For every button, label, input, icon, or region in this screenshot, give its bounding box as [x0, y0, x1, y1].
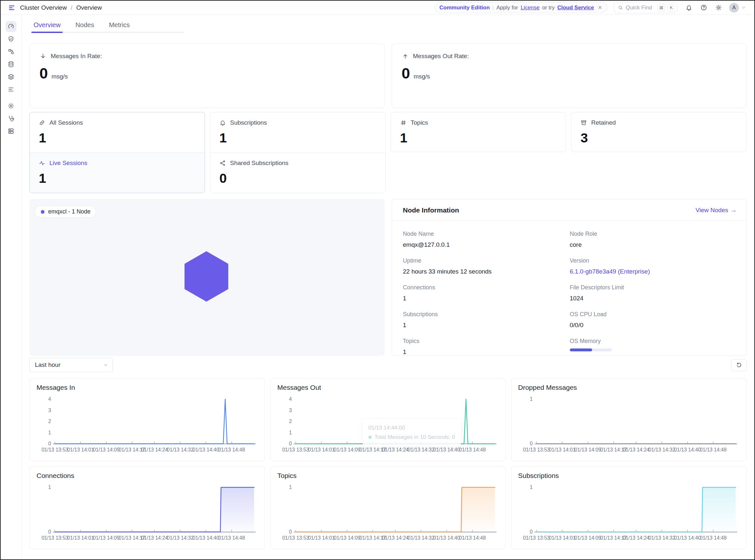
subscriptions-value: 1 — [219, 132, 376, 145]
svg-text:01/13 14:09: 01/13 14:09 — [93, 447, 120, 453]
version-link[interactable]: 6.1.0-gb78e3a49 (Enterprise) — [570, 268, 737, 275]
activity-icon — [39, 160, 45, 166]
messages-in-chart[interactable]: 0123401/13 13:5301/13 14:0101/13 14:0901… — [37, 392, 258, 458]
svg-text:01/13 13:53: 01/13 13:53 — [41, 447, 68, 453]
sidebar-item-data-integration[interactable] — [5, 59, 17, 70]
banner-try-text: or try — [542, 4, 555, 11]
sidebar-item-extensions[interactable] — [5, 72, 17, 82]
messages-out-chart[interactable]: 0123401/13 13:5301/13 14:0101/13 14:0901… — [277, 392, 499, 458]
sidebar-item-connections[interactable] — [5, 46, 17, 57]
svg-text:01/13 14:09: 01/13 14:09 — [334, 447, 361, 453]
topics-chart-card: Topics 0101/13 13:5301/13 14:0101/13 14:… — [270, 466, 506, 549]
svg-text:01/13 14:24: 01/13 14:24 — [141, 447, 168, 453]
svg-text:3: 3 — [48, 407, 51, 413]
gauge-icon — [7, 23, 15, 30]
banner-apply-text: Apply for — [497, 4, 518, 11]
refresh-icon — [736, 362, 742, 368]
chevron-down-icon — [741, 5, 746, 10]
chart-title: Topics — [277, 472, 499, 480]
sidebar-collapse-icon[interactable] — [8, 4, 16, 12]
svg-text:01/13 13:53: 01/13 13:53 — [282, 535, 309, 541]
sidebar-item-dashboard[interactable] — [5, 21, 17, 32]
dropped-messages-chart[interactable]: 0101/13 13:5301/13 14:0101/13 14:0901/13… — [518, 392, 739, 458]
sidebar-item-access-control[interactable] — [5, 34, 17, 44]
arrow-up-icon — [402, 53, 409, 60]
time-range-select[interactable]: Last hour — [30, 358, 113, 372]
search-input[interactable] — [626, 4, 655, 11]
banner-close-icon[interactable]: ✕ — [598, 4, 602, 11]
sidebar-item-rules[interactable] — [5, 84, 17, 95]
tab-bar: Overview Nodes Metrics — [34, 21, 186, 33]
svg-text:01/13 14:48: 01/13 14:48 — [218, 447, 245, 453]
chart-title: Subscriptions — [518, 472, 739, 480]
edition-label: Community Edition — [440, 4, 490, 11]
tab-metrics[interactable]: Metrics — [109, 21, 130, 33]
quick-find-search[interactable]: ⌘ K — [614, 2, 678, 13]
live-sessions-link[interactable]: Live Sessions — [50, 160, 87, 167]
svg-text:01/13 14:48: 01/13 14:48 — [218, 535, 245, 541]
shared-subscriptions-label: Shared Subscriptions — [230, 160, 289, 167]
node-information-panel: Node Information View Nodes → Node Name … — [392, 199, 747, 356]
all-sessions-value: 1 — [39, 132, 196, 145]
node-hexagon[interactable] — [185, 251, 229, 302]
messages-out-rate-label: Messages Out Rate: — [413, 53, 469, 60]
bell-icon[interactable] — [685, 4, 692, 11]
database-icon — [7, 61, 15, 68]
uptime-field: Uptime 22 hours 33 minutes 12 seconds — [403, 257, 570, 275]
svg-text:1: 1 — [289, 484, 292, 490]
topics-chart[interactable]: 0101/13 13:5301/13 14:0101/13 14:0901/13… — [277, 480, 499, 546]
svg-text:01/13 14:40: 01/13 14:40 — [193, 447, 219, 453]
connections-chart-card: Connections 0101/13 13:5301/13 14:0101/1… — [30, 466, 265, 549]
sidebar-item-settings[interactable] — [5, 100, 17, 112]
user-menu[interactable]: A — [729, 3, 746, 13]
sessions-card: All Sessions 1 Live Sessions 1 — [30, 112, 205, 193]
svg-text:2: 2 — [48, 419, 51, 424]
svg-text:1: 1 — [530, 396, 533, 402]
svg-text:1: 1 — [48, 484, 51, 490]
tab-overview[interactable]: Overview — [34, 21, 60, 33]
svg-text:01/13 14:24: 01/13 14:24 — [623, 447, 650, 453]
subscriptions-card: Subscriptions 1 Shared Subscriptions 0 — [210, 112, 386, 193]
os-memory-bar — [570, 348, 612, 352]
connections-field: Connections 1 — [403, 284, 570, 302]
view-nodes-link[interactable]: View Nodes → — [696, 207, 737, 214]
messages-out-chart-card: Messages Out 0123401/13 13:5301/13 14:01… — [270, 378, 506, 461]
license-link[interactable]: License — [521, 4, 540, 11]
topology-icon — [7, 48, 15, 55]
file-descriptors-field: File Descriptors Limit 1024 — [570, 284, 737, 302]
breadcrumb-current: Overview — [76, 4, 102, 11]
svg-text:01/13 14:24: 01/13 14:24 — [382, 447, 409, 453]
topics-label: Topics — [411, 119, 428, 126]
subscriptions-chart[interactable]: 0101/13 13:5301/13 14:0101/13 14:0901/13… — [518, 480, 739, 546]
breadcrumb-root[interactable]: Cluster Overview — [20, 4, 67, 11]
gear-icon — [7, 102, 15, 109]
cluster-topology-panel[interactable]: emqxcl - 1 Node — [30, 199, 385, 356]
cloud-service-link[interactable]: Cloud Service — [557, 4, 594, 11]
sidebar-item-system[interactable] — [5, 126, 17, 137]
svg-text:01/13 14:32: 01/13 14:32 — [648, 535, 675, 541]
messages-in-rate-value: 0 — [39, 65, 48, 81]
avatar[interactable]: A — [729, 3, 739, 13]
stats-row: All Sessions 1 Live Sessions 1 Subs — [30, 112, 747, 193]
gear-icon[interactable] — [715, 4, 722, 11]
topics-value: 1 — [400, 132, 557, 145]
help-icon[interactable] — [700, 4, 707, 11]
connections-chart[interactable]: 0101/13 13:5301/13 14:0101/13 14:0901/13… — [37, 480, 258, 546]
top-bar: Cluster Overview / Overview Community Ed… — [1, 1, 754, 15]
svg-text:01/13 14:32: 01/13 14:32 — [167, 535, 194, 541]
sidebar-item-diagnose[interactable] — [5, 113, 17, 124]
search-icon — [618, 5, 623, 11]
svg-text:01/13 14:40: 01/13 14:40 — [193, 535, 219, 541]
os-cpu-load-field: OS CPU Load 0/0/0 — [570, 311, 737, 329]
time-range-value: Last hour — [35, 361, 60, 368]
refresh-button[interactable] — [731, 359, 747, 371]
rate-cards-row: Messages In Rate: 0 msg/s Messages Out R… — [30, 44, 747, 108]
shared-subscriptions-section: Shared Subscriptions 0 — [210, 153, 385, 193]
tab-nodes[interactable]: Nodes — [75, 21, 94, 33]
node-information-title: Node Information — [403, 206, 459, 214]
svg-text:0: 0 — [530, 441, 533, 446]
cluster-badge-label: emqxcl - 1 Node — [48, 208, 91, 215]
dropped-messages-chart-card: Dropped Messages 0101/13 13:5301/13 14:0… — [511, 378, 747, 461]
arrow-down-icon — [39, 53, 46, 60]
svg-text:3: 3 — [289, 407, 292, 413]
